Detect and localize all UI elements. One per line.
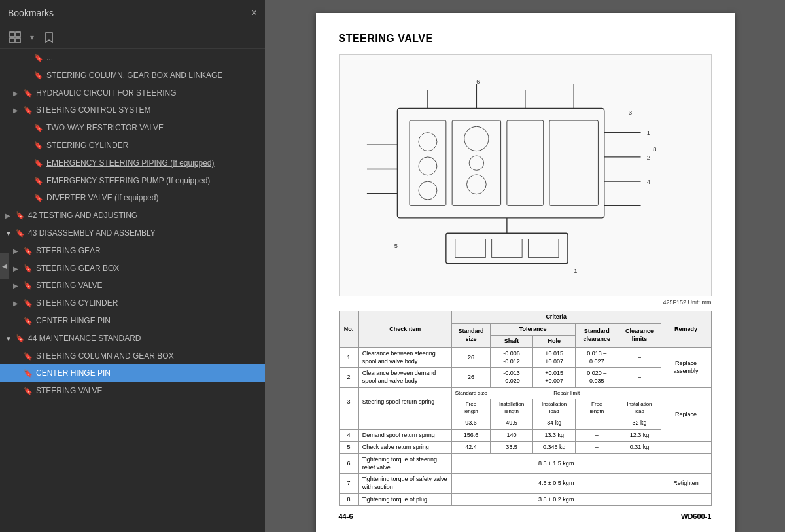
bookmark-icon-sc2: 🔖 <box>24 105 33 115</box>
sidebar-item-steering-control[interactable]: ▶ 🔖 STEERING CONTROL SYSTEM <box>0 101 265 119</box>
table-row-4: 4 Demand spool return spring 156.6 140 1… <box>339 429 711 442</box>
bookmark-label-sv2: STEERING VALVE <box>36 385 258 397</box>
sidebar-item-center-hinge2[interactable]: 🔖 CENTER HINGE PIN <box>0 364 265 382</box>
dropdown-arrow: ▾ <box>30 33 34 42</box>
svg-point-10 <box>419 157 437 175</box>
sidebar-item-44-maintenance[interactable]: ▼ 🔖 44 MAINTENANCE STANDARD <box>0 330 265 347</box>
bookmark-icon: 🔖 <box>34 53 43 63</box>
cell-clearlim: – <box>618 368 661 387</box>
cell-no: 2 <box>339 368 358 387</box>
bookmark-label-ch1: CENTER HINGE PIN <box>36 315 258 327</box>
page-title: STEERING VALVE <box>339 33 712 44</box>
bookmark-label-43: 43 DISASSEMBLY AND ASSEMBLY <box>28 228 258 239</box>
cell-il3: 49.5 <box>491 417 533 429</box>
bookmark-label-ch2: CENTER HINGE PIN <box>36 368 258 379</box>
expand-arrow-hc: ▶ <box>13 89 21 98</box>
cell-fl3r: – <box>576 417 618 429</box>
bookmark-icon-hc: 🔖 <box>24 88 33 98</box>
bookmark-label-sc2: STEERING CYLINDER <box>36 298 258 309</box>
col-no: No. <box>339 311 358 348</box>
bookmark-icon-sgb: 🔖 <box>24 264 33 274</box>
sidebar-item-two-way[interactable]: 🔖 TWO-WAY RESTRICTOR VALVE <box>0 119 265 137</box>
bookmark-icon-tw: 🔖 <box>34 123 43 133</box>
document-panel: STEERING VALVE <box>265 0 785 532</box>
bookmark-icon-ep: 🔖 <box>34 158 43 168</box>
sidebar-item-steering-cyl2[interactable]: ▶ 🔖 STEERING CYLINDER <box>0 294 265 312</box>
svg-point-14 <box>466 175 486 194</box>
sidebar-item-steering-col-gear[interactable]: 🔖 STEERING COLUMN AND GEAR BOX <box>0 347 265 365</box>
grid-view-button[interactable] <box>7 30 24 44</box>
bookmark-label-42: 42 TESTING AND ADJUSTING <box>28 210 258 221</box>
cell-item <box>358 417 451 429</box>
cell-fl3: 93.6 <box>451 417 490 429</box>
cell-hole: +0.015+0.007 <box>533 368 576 387</box>
sidebar-item-steering-cyl1[interactable]: 🔖 STEERING CYLINDER <box>0 137 265 154</box>
svg-rect-6 <box>452 120 500 205</box>
cell-no <box>339 417 358 429</box>
cell-fl5r: – <box>576 442 618 454</box>
svg-rect-2 <box>10 38 14 43</box>
bookmark-icon-sv: 🔖 <box>24 281 33 291</box>
expand-arrow-sg: ▶ <box>13 247 21 256</box>
sidebar-item-hydraulic-circuit[interactable]: ▶ 🔖 HYDRAULIC CIRCUIT FOR STEERING <box>0 84 265 102</box>
bookmark-icon-sc: 🔖 <box>34 71 43 80</box>
diagram-caption: 425F152 Unit: mm <box>339 299 712 306</box>
svg-rect-22 <box>528 239 559 258</box>
cell-ilo3: 34 kg <box>533 417 576 429</box>
table-row-8: 8 Tightening torque of plug 3.8 ± 0.2 kg… <box>339 493 711 506</box>
cell-remedy5 <box>661 442 711 454</box>
cell-freelength3r: Freelength <box>576 399 618 417</box>
bookmark-icon-dv: 🔖 <box>34 193 43 203</box>
bookmark-label-44: 44 MAINTENANCE STANDARD <box>28 333 258 344</box>
cell-remedy-3: Replace <box>661 387 711 442</box>
bookmark-icon-43: 🔖 <box>16 228 25 238</box>
bookmark-icon-button[interactable] <box>41 30 58 44</box>
cell-remedy: Replace assembly <box>661 348 711 388</box>
bookmark-icon-sv2: 🔖 <box>24 386 33 396</box>
sidebar-item-steering-valve[interactable]: ▶ 🔖 STEERING VALVE <box>0 277 265 294</box>
sidebar-item-43-disassembly[interactable]: ▼ 🔖 43 DISASSEMBLY AND ASSEMBLY <box>0 224 265 242</box>
svg-point-12 <box>464 127 488 151</box>
cell-stdsize: 26 <box>451 368 490 387</box>
svg-rect-8 <box>550 120 598 205</box>
collapse-panel-handle[interactable]: ◀ <box>0 253 9 279</box>
bookmark-label-dv: DIVERTER VALVE (If equipped) <box>46 192 258 204</box>
sidebar-item-emergency-pump[interactable]: 🔖 EMERGENCY STEERING PUMP (If equipped) <box>0 172 265 190</box>
cell-remedy7: Retighten <box>661 474 711 493</box>
cell-stdclear: 0.020 –0.035 <box>576 368 618 387</box>
cell-stdsize: 26 <box>451 348 490 368</box>
bookmark-icon-cyl: 🔖 <box>34 141 43 151</box>
bookmark-icon-44: 🔖 <box>16 334 25 344</box>
svg-rect-21 <box>491 239 522 258</box>
cell-item: Tightening torque of steering relief val… <box>358 454 451 474</box>
close-button[interactable]: × <box>251 8 257 18</box>
sidebar-item-steering-valve2[interactable]: 🔖 STEERING VALVE <box>0 382 265 400</box>
model-number: WD600-1 <box>681 512 711 520</box>
col-stdclearance: Standard clearance <box>576 323 618 347</box>
table-row-5: 5 Check valve return spring 42.4 33.5 0.… <box>339 442 711 454</box>
bookmark-icon-ch1: 🔖 <box>24 316 33 326</box>
sidebar-item-diverter[interactable]: 🔖 DIVERTER VALVE (If equipped) <box>0 189 265 207</box>
svg-rect-0 <box>10 32 14 37</box>
sidebar-item-42-testing[interactable]: ▶ 🔖 42 TESTING AND ADJUSTING <box>0 207 265 224</box>
svg-point-11 <box>419 181 437 200</box>
collapse-arrow-43: ▼ <box>5 229 13 238</box>
svg-text:2: 2 <box>647 154 650 161</box>
sidebar-item-steering-column[interactable]: 🔖 STEERING COLUMN, GEAR BOX AND LINKAGE <box>0 67 265 84</box>
svg-rect-5 <box>410 120 446 205</box>
bookmark-label: ... <box>46 52 258 63</box>
cell-item: Steering spool return spring <box>358 387 451 417</box>
bookmark-icon <box>43 31 55 43</box>
expand-arrow-sc2: ▶ <box>13 299 21 308</box>
cell-ilo5r: 0.31 kg <box>618 442 661 454</box>
col-criteria: Criteria <box>451 311 661 324</box>
grid-icon <box>9 31 21 43</box>
sidebar-item-emergency-piping[interactable]: 🔖 EMERGENCY STEERING PIPING (If equipped… <box>0 154 265 172</box>
cell-stdsize-hdr: Standard size Repair limit <box>451 387 661 399</box>
list-item[interactable]: 🔖 ... <box>0 49 265 67</box>
toolbar-row: ▾ <box>0 26 265 49</box>
sidebar-item-steering-gearbox[interactable]: ▶ 🔖 STEERING GEAR BOX <box>0 260 265 277</box>
sidebar-item-center-hinge1[interactable]: 🔖 CENTER HINGE PIN <box>0 312 265 330</box>
cell-shaft: -0.006-0.012 <box>491 348 533 368</box>
sidebar-item-steering-gear[interactable]: ▶ 🔖 STEERING GEAR <box>0 242 265 260</box>
